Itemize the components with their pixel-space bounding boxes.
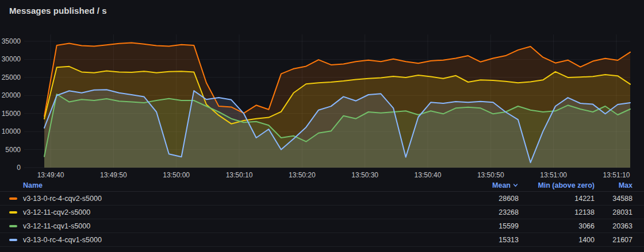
y-axis-label: 30000 — [2, 55, 21, 63]
series-name[interactable]: v3-13-0-rc-4-cqv2-s5000 — [23, 195, 102, 203]
x-axis-label: 13:50:00 — [163, 171, 190, 179]
sort-chevron-down-icon — [512, 182, 519, 188]
legend-header-min[interactable]: Min (above zero) — [519, 181, 595, 189]
grafana-panel: Messages published / s 05000100001500020… — [0, 0, 644, 252]
panel-header: Messages published / s — [0, 0, 644, 20]
series-max-value: 28031 — [595, 208, 632, 216]
series-min-value: 3066 — [519, 222, 595, 230]
time-series-plot[interactable]: 0500010000150002000025000300003500013:49… — [0, 20, 644, 179]
y-axis-label: 5000 — [5, 146, 21, 154]
x-axis-label: 13:49:50 — [100, 171, 127, 179]
panel-title: Messages published / s — [9, 6, 107, 15]
series-mean-value: 28608 — [455, 195, 519, 203]
y-axis-label: 15000 — [2, 110, 21, 118]
y-axis-label: 25000 — [2, 73, 21, 82]
legend-header-max[interactable]: Max — [595, 181, 632, 189]
y-axis-label: 0 — [17, 164, 21, 172]
x-axis-label: 13:51:10 — [603, 171, 630, 179]
series-mean-value: 23268 — [455, 208, 519, 216]
y-axis-label: 35000 — [2, 37, 21, 45]
series-name[interactable]: v3-12-11-cqv2-s5000 — [23, 208, 90, 216]
x-axis-label: 13:50:40 — [415, 171, 442, 179]
x-axis-label: 13:51:00 — [540, 171, 567, 179]
series-color-swatch[interactable] — [9, 211, 17, 214]
series-min-value: 12138 — [519, 208, 595, 216]
x-axis-label: 13:50:20 — [289, 171, 316, 179]
legend-row: v3-13-0-rc-4-cqv1-s5000 15313 1400 21607 — [0, 233, 644, 247]
legend-row: v3-12-11-cqv2-s5000 23268 12138 28031 — [0, 206, 644, 219]
series-mean-value: 15599 — [455, 222, 519, 230]
x-axis-label: 13:50:10 — [226, 171, 253, 179]
series-min-value: 14221 — [519, 195, 595, 203]
series-color-swatch[interactable] — [9, 239, 17, 241]
series-color-swatch[interactable] — [9, 225, 17, 227]
series-max-value: 21607 — [595, 236, 632, 244]
x-axis-label: 13:50:50 — [477, 171, 504, 179]
series-max-value: 34588 — [595, 195, 632, 203]
legend-header-row: Name Mean Min (above zero) Max — [0, 179, 644, 192]
y-axis-label: 10000 — [2, 127, 21, 135]
legend-row: v3-12-11-cqv1-s5000 15599 3066 20363 — [0, 219, 644, 233]
series-color-swatch[interactable] — [9, 197, 17, 200]
series-name[interactable]: v3-13-0-rc-4-cqv1-s5000 — [23, 236, 102, 244]
legend-table: Name Mean Min (above zero) Max v3-13-0-r… — [0, 179, 644, 247]
x-axis-label: 13:50:30 — [351, 171, 378, 179]
legend-row: v3-13-0-rc-4-cqv2-s5000 28608 14221 3458… — [0, 192, 644, 206]
x-axis-label: 13:49:40 — [37, 171, 64, 179]
legend-header-mean-label: Mean — [492, 181, 511, 189]
series-mean-value: 15313 — [455, 236, 519, 244]
legend-header-name[interactable]: Name — [9, 181, 455, 189]
series-min-value: 1400 — [519, 236, 595, 244]
series-name[interactable]: v3-12-11-cqv1-s5000 — [23, 222, 90, 230]
legend-header-mean[interactable]: Mean — [455, 181, 519, 189]
y-axis-label: 20000 — [2, 91, 21, 99]
series-max-value: 20363 — [595, 222, 632, 230]
